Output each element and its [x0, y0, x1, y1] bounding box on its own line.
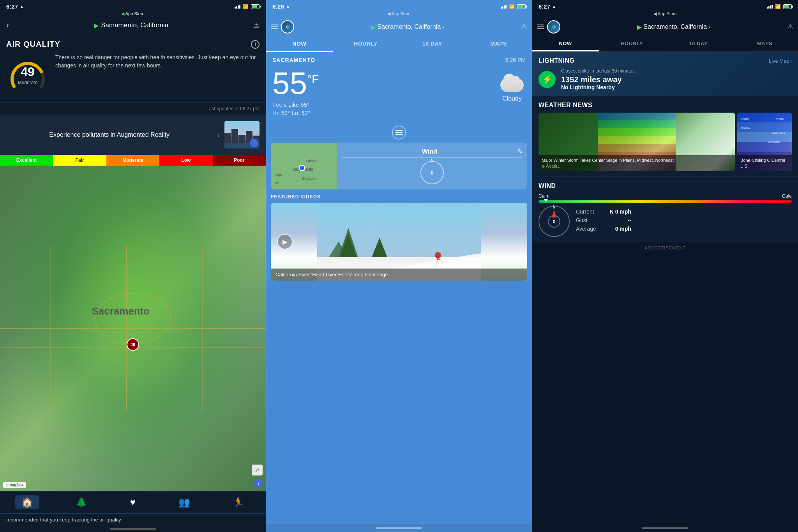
city-name-2: SACRAMENTO — [272, 57, 315, 63]
location-display-1: ▶ Sacramento, California — [94, 21, 168, 29]
nav-health[interactable]: ♥ — [124, 495, 142, 509]
lightning-live-map-link[interactable]: Live Map › — [769, 58, 792, 64]
scale-moderate: Moderate — [106, 155, 159, 166]
tab-now-3[interactable]: NOW — [532, 37, 599, 51]
status-bar-1: 6:27 ▲ 📶 — [0, 0, 266, 11]
news-caption-1: Major Winter Storm Takes Center Stage in… — [538, 155, 735, 171]
video-play-button[interactable]: ▶ — [277, 234, 293, 249]
weather-app-logo-3: ⊕ — [547, 20, 560, 34]
tab-hourly-3[interactable]: HOURLY — [599, 37, 666, 51]
aq-map[interactable]: Sacramento 49 ⤢ ⊙ mapbox i — [0, 166, 266, 491]
svg-text:sco: sco — [275, 181, 279, 184]
ar-banner[interactable]: Experience pollutants in Augmented Reali… — [0, 115, 266, 155]
condition-section: Cloudy — [498, 68, 526, 102]
map-info-button[interactable]: i — [254, 479, 263, 488]
condition-label: Cloudy — [502, 95, 522, 102]
nav-activity[interactable]: 🏃 — [226, 495, 251, 509]
weather-news-title: WEATHER NEWS — [538, 102, 792, 109]
lightning-content: ⚡ Closest strike in the last 30 minutes:… — [538, 68, 792, 90]
alert-icon-2[interactable]: ⚠ — [521, 23, 527, 31]
wind-edit-icon[interactable]: ✎ — [517, 148, 523, 155]
weather-scroll-area[interactable] — [266, 281, 532, 524]
alert-icon-1[interactable]: ⚠ — [253, 21, 260, 30]
panel3-scroll-area[interactable] — [532, 253, 798, 524]
tab-maps-3[interactable]: MAPS — [732, 37, 798, 51]
weather-location-3[interactable]: ▶ Sacramento, California › — [637, 23, 710, 31]
weather-nav-left: ⊕ — [271, 20, 294, 34]
wind-average-label: Average — [576, 226, 596, 232]
alert-icon-3[interactable]: ⚠ — [787, 23, 793, 31]
svg-rect-43 — [737, 142, 792, 152]
nav-home[interactable]: 🏠 — [15, 495, 39, 509]
feels-like: Feels Like 55° — [272, 101, 319, 108]
home-bar-3 — [642, 527, 689, 529]
temp-section: 55°F Feels Like 55° Hi: 59° Lo: 52° — [272, 68, 319, 116]
wind-average-row: Average 0 mph — [576, 226, 631, 232]
svg-text:Minnesota: Minnesota — [772, 132, 785, 134]
scale-poor: Poor — [213, 155, 266, 166]
weather-city-bar: SACRAMENTO 6:26 PM — [266, 52, 532, 65]
wind-compass-3: N 0 — [538, 206, 570, 237]
tab-hourly-2[interactable]: HOURLY — [333, 37, 399, 52]
nav-community[interactable]: 👥 — [172, 495, 196, 509]
news-article-1[interactable]: Major Winter Storm Takes Center Stage in… — [538, 113, 735, 171]
svg-text:Folsom: Folsom — [306, 159, 318, 163]
battery-icon-3 — [783, 4, 792, 9]
wind-gust-value: -- — [628, 217, 631, 223]
weather-map-thumbnail[interactable]: Folsom Sacramento Stockton Legal sco — [271, 143, 337, 189]
aq-number-display: 49 Moderate — [18, 65, 38, 85]
time-display: 6:27 — [6, 3, 18, 10]
aq-content: 49 Moderate There is no real danger for … — [6, 53, 260, 96]
back-button-1[interactable]: ‹ — [6, 20, 9, 30]
time-display-2: 6:26 — [272, 3, 284, 10]
scale-fair: Fair — [53, 155, 106, 166]
lightning-subtitle: Closest strike in the last 30 minutes: — [561, 68, 636, 74]
tab-now-2[interactable]: NOW — [266, 37, 333, 52]
wind-gust-label: Gust — [576, 217, 588, 223]
bottom-nav-1: 🏠 🌲 ♥ 👥 🏃 — [0, 491, 266, 513]
gps-icon-2: ▲ — [286, 4, 290, 9]
lightning-status: No Lightning Nearby — [561, 84, 636, 90]
weather-location-2[interactable]: ▶ Sacramento, California › — [371, 23, 444, 31]
cloud-icon — [498, 72, 526, 92]
gps-icon-3: ▲ — [552, 4, 556, 9]
wind-current-row: Current N 0 mph — [576, 209, 631, 215]
nav-bar-1: ‹ ▶ Sacramento, California ⚠ — [0, 17, 266, 34]
svg-rect-32 — [598, 113, 676, 120]
home-bar-1 — [109, 528, 156, 530]
weather-menu-button[interactable] — [266, 122, 532, 143]
time-display-3: 6:27 — [538, 3, 550, 10]
battery-icon-2 — [517, 4, 526, 9]
map-background: Sacramento 49 ⤢ ⊙ mapbox i — [0, 166, 266, 491]
aq-title: AIR QUALITY — [6, 40, 60, 49]
svg-point-28 — [435, 252, 441, 258]
featured-video-thumbnail[interactable]: ▶ California Skier 'Head Over Heels' for… — [271, 203, 527, 281]
map-expand-button[interactable]: ⤢ — [252, 465, 263, 475]
map-roads-svg: Sacramento — [0, 166, 266, 491]
aq-info-button[interactable]: i — [251, 40, 260, 49]
svg-text:Sacramento: Sacramento — [92, 305, 150, 317]
svg-rect-35 — [598, 136, 676, 144]
aq-header: AIR QUALITY i — [6, 40, 260, 49]
weather-nav-left-3: ⊕ — [537, 20, 560, 34]
svg-point-5 — [95, 293, 171, 344]
weather-map-wind-section: Folsom Sacramento Stockton Legal sco Win… — [271, 143, 527, 189]
city-time-2: 6:26 PM — [505, 57, 526, 63]
tab-10day-2[interactable]: 10 DAY — [399, 37, 466, 52]
wind-average-value: 0 mph — [615, 226, 631, 232]
tab-10day-3[interactable]: 10 DAY — [665, 37, 732, 51]
location-dot-2: ▶ — [371, 23, 376, 31]
home-indicator-3 — [532, 524, 798, 532]
aq-gauge: 49 Moderate — [6, 53, 49, 96]
signal-bars-3 — [767, 5, 773, 9]
weather-map-image: Folsom Sacramento Stockton Legal sco — [271, 143, 337, 189]
hamburger-menu-3[interactable] — [537, 25, 544, 29]
lightning-bolt-icon: ⚡ — [538, 71, 556, 88]
news-caption-2: Bone-Chilling C Central U.S. — [737, 155, 792, 171]
ar-thumbnail — [224, 121, 260, 148]
svg-rect-34 — [598, 128, 676, 136]
nav-nature[interactable]: 🌲 — [69, 495, 94, 509]
tab-maps-2[interactable]: MAPS — [466, 37, 532, 52]
hamburger-menu[interactable] — [271, 25, 278, 29]
news-article-2[interactable]: North Winsc Dakota Minnesota Nebraska Bo… — [737, 113, 792, 171]
